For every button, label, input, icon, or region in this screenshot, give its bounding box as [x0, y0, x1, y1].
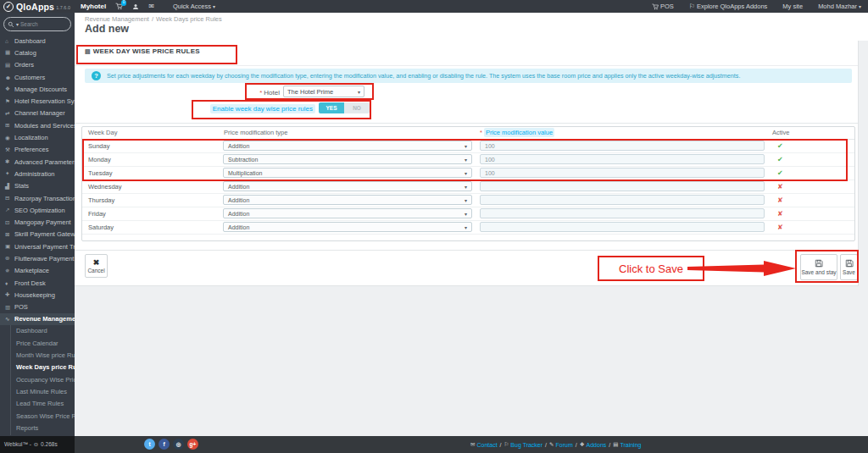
webkul-label: Webkul™ -: [4, 441, 31, 447]
sidebar-item-catalog[interactable]: ▦ Catalog: [0, 47, 75, 58]
price-modification-type-select[interactable]: Addition ▾: [223, 195, 472, 205]
search-box[interactable]: ▾: [3, 17, 71, 31]
price-modification-value-input[interactable]: [480, 208, 765, 218]
sidebar-item-flutterwave-payment[interactable]: ⊛ Flutterwave Payment: [0, 252, 75, 264]
sidebar-item-label: Modules and Services: [14, 122, 75, 130]
footer-link-addons[interactable]: ❖Addons: [580, 441, 607, 448]
inactive-cross-icon[interactable]: ✘: [771, 183, 783, 191]
price-modification-value-input[interactable]: [480, 154, 765, 164]
user-menu[interactable]: Mohd Mazhar ▾: [818, 3, 861, 10]
inactive-cross-icon[interactable]: ✘: [771, 196, 783, 204]
active-check-icon[interactable]: ✔: [771, 169, 783, 177]
save-and-stay-button[interactable]: Save and stay: [800, 254, 837, 280]
sidebar-item-customers[interactable]: ☻ Customers: [0, 71, 75, 83]
sidebar-subitem-week-days-price-rules[interactable]: Week Days price Rules: [11, 362, 75, 373]
sidebar-item-localization[interactable]: ◉ Localization: [0, 131, 75, 143]
google-plus-icon[interactable]: g+: [187, 439, 198, 450]
sidebar-item-preferences[interactable]: ⚒ Preferences: [0, 144, 75, 156]
price-modification-type-select[interactable]: Addition ▾: [223, 141, 472, 151]
pos-link[interactable]: POS: [652, 3, 674, 10]
mail-icon[interactable]: ✉: [148, 3, 154, 10]
price-modification-type-select[interactable]: Addition ▾: [223, 208, 472, 218]
price-modification-type-select[interactable]: Subtraction ▾: [223, 154, 472, 164]
active-check-icon[interactable]: ✔: [771, 142, 783, 150]
pos-label: POS: [660, 3, 674, 10]
sidebar-item-channel-manager[interactable]: ⇄ Channel Manager: [0, 108, 75, 119]
sidebar-item-mangopay-payment[interactable]: ⊡ Mangopay Payment: [0, 216, 75, 228]
universal-payment-transacti-icon: ▣: [5, 243, 14, 250]
footer-links: ✉Contact/⚐Bug Tracker/✎Forum/❖Addons/▤Tr…: [470, 441, 641, 448]
price-modification-type-select[interactable]: Addition ▾: [223, 222, 472, 232]
footer-link-contact[interactable]: ✉Contact: [470, 441, 498, 448]
sidebar-item-hotel-reservation-system[interactable]: ⚑ Hotel Reservation System: [0, 95, 75, 107]
sidebar-item-universal-payment-transacti[interactable]: ▣ Universal Payment Transacti...: [0, 240, 75, 252]
search-input[interactable]: [20, 21, 61, 27]
sidebar-item-manage-discounts[interactable]: ❖ Manage Discounts: [0, 83, 75, 95]
sidebar-item-stats[interactable]: ▟ Stats: [0, 180, 75, 192]
sidebar-item-marketplace[interactable]: ✵ Marketplace: [0, 265, 75, 277]
sidebar-item-razorpay-transactions[interactable]: ⊟ Razorpay Transactions: [0, 192, 75, 204]
my-site-link[interactable]: My site: [782, 3, 803, 10]
opencart-icon[interactable]: ◎: [173, 439, 184, 450]
sidebar-subitem-last-minute-rules[interactable]: Last Minute Rules: [11, 386, 75, 398]
sidebar-item-front-desk[interactable]: ♦ Front Desk: [0, 277, 75, 289]
sidebar-item-administration[interactable]: ✦ Administration: [0, 168, 75, 180]
switch-yes-button[interactable]: YES: [319, 102, 344, 113]
sidebar-item-pos[interactable]: ▥ POS: [0, 301, 75, 313]
explore-addons-link[interactable]: ⚐ Explore QloApps Addons: [689, 3, 768, 10]
footer-link-training[interactable]: ▤Training: [613, 441, 641, 448]
quick-access-menu[interactable]: Quick Access ▾: [173, 3, 215, 10]
footer-link-bug-tracker[interactable]: ⚐Bug Tracker: [504, 441, 543, 448]
breadcrumb-revenue-management[interactable]: Revenue Management: [85, 15, 149, 23]
sidebar-subitem-month-wise-price-rules[interactable]: Month Wise price Rules: [11, 350, 75, 362]
sidebar-item-modules-and-services[interactable]: ⊞ Modules and Services: [0, 119, 75, 131]
price-modification-value-input[interactable]: [480, 181, 765, 191]
sidebar-item-advanced-parameters[interactable]: ✱ Advanced Parameters: [0, 156, 75, 168]
price-modification-value-input[interactable]: [480, 222, 765, 232]
footer-link-forum[interactable]: ✎Forum: [549, 441, 573, 448]
facebook-icon[interactable]: f: [159, 439, 170, 450]
save-and-stay-label: Save and stay: [801, 269, 836, 275]
shop-name-link[interactable]: Myhotel: [81, 3, 106, 10]
cancel-button[interactable]: ✖ Cancel: [85, 254, 108, 278]
info-alert: ? Set price adjustments for each weekday…: [85, 69, 852, 83]
table-row: Tuesday Multiplication ▾ ✔: [82, 166, 854, 180]
sidebar-subitem-lead-time-rules[interactable]: Lead Time Rules: [11, 398, 75, 410]
qloapps-logo-icon[interactable]: ✓: [3, 2, 14, 12]
sidebar-item-skrill-payment-gateway[interactable]: ⊠ Skrill Payment Gateway: [0, 229, 75, 240]
sidebar-subitem-dashboard[interactable]: Dashboard: [11, 325, 75, 337]
addons-icon: ❖: [580, 441, 585, 448]
price-modification-type-select[interactable]: Multiplication ▾: [223, 168, 472, 178]
sidebar-item-revenue-management[interactable]: ∿ Revenue Management: [0, 313, 75, 325]
inactive-cross-icon[interactable]: ✘: [771, 224, 783, 231]
advanced-parameters-icon: ✱: [5, 158, 14, 165]
sidebar-item-label: Localization: [14, 134, 48, 141]
price-modification-value-input[interactable]: [480, 195, 765, 205]
sidebar-item-label: Customers: [14, 74, 45, 81]
sidebar-item-seo-optimization[interactable]: ↗ SEO Optimization: [0, 204, 75, 216]
user-icon[interactable]: [132, 3, 139, 10]
sidebar-item-orders[interactable]: ▤ Orders: [0, 59, 75, 71]
switch-no-button[interactable]: NO: [344, 102, 370, 113]
hotel-select[interactable]: The Hotel Prime ▾: [283, 86, 364, 97]
breadcrumb-separator: /: [152, 15, 153, 23]
weekday-table-body: Sunday Addition ▾ ✔ Monday Subtraction ▾…: [82, 139, 854, 234]
price-modification-value-input[interactable]: [480, 141, 765, 151]
cart-icon[interactable]: 0: [115, 3, 123, 10]
inactive-cross-icon[interactable]: ✘: [771, 210, 783, 218]
sidebar-item-dashboard[interactable]: ⌂ Dashboard: [0, 35, 75, 47]
sidebar-subitem-reports[interactable]: Reports: [11, 423, 75, 434]
sidebar-item-housekeeping[interactable]: ✚ Housekeeping: [0, 289, 75, 301]
twitter-icon[interactable]: t: [144, 439, 155, 450]
price-modification-value-input[interactable]: [480, 168, 765, 178]
sidebar-subitem-price-calendar[interactable]: Price Calendar: [11, 338, 75, 350]
footer-link-separator: /: [545, 442, 547, 448]
sidebar-subitem-season-wise-price-rules[interactable]: Season Wise Price Rules: [11, 411, 75, 423]
save-button[interactable]: Save: [840, 254, 858, 280]
sidebar-subitem-occupancy-wise-price-rules[interactable]: Occupancy Wise Price rules: [11, 374, 75, 386]
col-price-modification-value-text: Price modification value: [484, 128, 554, 137]
price-modification-type-select[interactable]: Addition ▾: [223, 181, 472, 191]
active-check-icon[interactable]: ✔: [771, 156, 783, 163]
brand-name[interactable]: QloApps: [16, 2, 54, 12]
breadcrumb-week-days-price-rules[interactable]: Week Days price Rules: [156, 15, 222, 23]
